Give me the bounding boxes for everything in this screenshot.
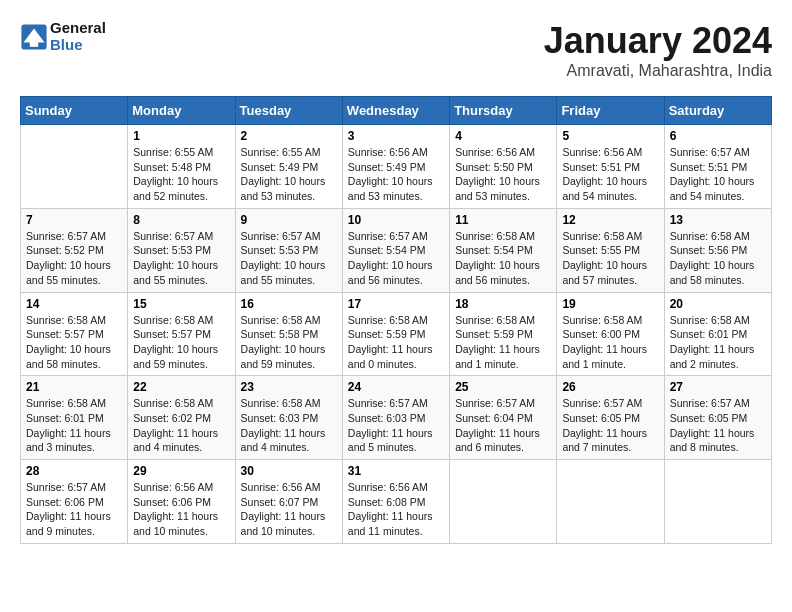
day-number: 1 <box>133 129 229 143</box>
day-info: Sunrise: 6:58 AM Sunset: 6:00 PM Dayligh… <box>562 313 658 372</box>
day-number: 19 <box>562 297 658 311</box>
day-number: 27 <box>670 380 766 394</box>
day-info: Sunrise: 6:57 AM Sunset: 6:03 PM Dayligh… <box>348 396 444 455</box>
calendar-cell: 24Sunrise: 6:57 AM Sunset: 6:03 PM Dayli… <box>342 376 449 460</box>
calendar-cell: 29Sunrise: 6:56 AM Sunset: 6:06 PM Dayli… <box>128 460 235 544</box>
calendar-cell: 22Sunrise: 6:58 AM Sunset: 6:02 PM Dayli… <box>128 376 235 460</box>
day-number: 4 <box>455 129 551 143</box>
day-info: Sunrise: 6:58 AM Sunset: 5:58 PM Dayligh… <box>241 313 337 372</box>
day-number: 29 <box>133 464 229 478</box>
day-number: 10 <box>348 213 444 227</box>
calendar-cell: 8Sunrise: 6:57 AM Sunset: 5:53 PM Daylig… <box>128 208 235 292</box>
week-row-4: 21Sunrise: 6:58 AM Sunset: 6:01 PM Dayli… <box>21 376 772 460</box>
day-info: Sunrise: 6:56 AM Sunset: 6:07 PM Dayligh… <box>241 480 337 539</box>
calendar-cell: 28Sunrise: 6:57 AM Sunset: 6:06 PM Dayli… <box>21 460 128 544</box>
day-number: 30 <box>241 464 337 478</box>
page-header: General Blue January 2024 Amravati, Maha… <box>20 20 772 80</box>
day-info: Sunrise: 6:57 AM Sunset: 5:54 PM Dayligh… <box>348 229 444 288</box>
calendar-cell: 27Sunrise: 6:57 AM Sunset: 6:05 PM Dayli… <box>664 376 771 460</box>
day-info: Sunrise: 6:57 AM Sunset: 5:53 PM Dayligh… <box>241 229 337 288</box>
day-info: Sunrise: 6:58 AM Sunset: 6:01 PM Dayligh… <box>670 313 766 372</box>
calendar-cell: 26Sunrise: 6:57 AM Sunset: 6:05 PM Dayli… <box>557 376 664 460</box>
header-saturday: Saturday <box>664 97 771 125</box>
logo: General Blue <box>20 20 106 53</box>
week-row-3: 14Sunrise: 6:58 AM Sunset: 5:57 PM Dayli… <box>21 292 772 376</box>
day-number: 12 <box>562 213 658 227</box>
calendar-cell: 3Sunrise: 6:56 AM Sunset: 5:49 PM Daylig… <box>342 125 449 209</box>
day-info: Sunrise: 6:58 AM Sunset: 6:02 PM Dayligh… <box>133 396 229 455</box>
day-info: Sunrise: 6:58 AM Sunset: 5:54 PM Dayligh… <box>455 229 551 288</box>
header-tuesday: Tuesday <box>235 97 342 125</box>
logo-text-blue: Blue <box>50 36 83 53</box>
day-info: Sunrise: 6:58 AM Sunset: 5:57 PM Dayligh… <box>26 313 122 372</box>
day-info: Sunrise: 6:58 AM Sunset: 5:57 PM Dayligh… <box>133 313 229 372</box>
day-info: Sunrise: 6:57 AM Sunset: 5:52 PM Dayligh… <box>26 229 122 288</box>
week-row-2: 7Sunrise: 6:57 AM Sunset: 5:52 PM Daylig… <box>21 208 772 292</box>
calendar-cell: 18Sunrise: 6:58 AM Sunset: 5:59 PM Dayli… <box>450 292 557 376</box>
day-info: Sunrise: 6:56 AM Sunset: 5:51 PM Dayligh… <box>562 145 658 204</box>
calendar-table: SundayMondayTuesdayWednesdayThursdayFrid… <box>20 96 772 544</box>
day-number: 17 <box>348 297 444 311</box>
day-number: 28 <box>26 464 122 478</box>
header-sunday: Sunday <box>21 97 128 125</box>
calendar-cell: 23Sunrise: 6:58 AM Sunset: 6:03 PM Dayli… <box>235 376 342 460</box>
calendar-cell: 31Sunrise: 6:56 AM Sunset: 6:08 PM Dayli… <box>342 460 449 544</box>
calendar-cell: 15Sunrise: 6:58 AM Sunset: 5:57 PM Dayli… <box>128 292 235 376</box>
day-number: 26 <box>562 380 658 394</box>
day-number: 9 <box>241 213 337 227</box>
day-number: 8 <box>133 213 229 227</box>
day-number: 13 <box>670 213 766 227</box>
header-monday: Monday <box>128 97 235 125</box>
calendar-title: January 2024 <box>544 20 772 62</box>
calendar-cell: 5Sunrise: 6:56 AM Sunset: 5:51 PM Daylig… <box>557 125 664 209</box>
day-info: Sunrise: 6:56 AM Sunset: 6:08 PM Dayligh… <box>348 480 444 539</box>
day-number: 31 <box>348 464 444 478</box>
day-info: Sunrise: 6:55 AM Sunset: 5:48 PM Dayligh… <box>133 145 229 204</box>
logo-text-general: General <box>50 19 106 36</box>
day-number: 14 <box>26 297 122 311</box>
calendar-cell: 9Sunrise: 6:57 AM Sunset: 5:53 PM Daylig… <box>235 208 342 292</box>
calendar-cell: 21Sunrise: 6:58 AM Sunset: 6:01 PM Dayli… <box>21 376 128 460</box>
calendar-header: SundayMondayTuesdayWednesdayThursdayFrid… <box>21 97 772 125</box>
day-number: 7 <box>26 213 122 227</box>
calendar-cell <box>21 125 128 209</box>
week-row-1: 1Sunrise: 6:55 AM Sunset: 5:48 PM Daylig… <box>21 125 772 209</box>
day-info: Sunrise: 6:58 AM Sunset: 6:03 PM Dayligh… <box>241 396 337 455</box>
calendar-cell: 10Sunrise: 6:57 AM Sunset: 5:54 PM Dayli… <box>342 208 449 292</box>
day-info: Sunrise: 6:58 AM Sunset: 5:56 PM Dayligh… <box>670 229 766 288</box>
calendar-cell: 25Sunrise: 6:57 AM Sunset: 6:04 PM Dayli… <box>450 376 557 460</box>
calendar-cell: 20Sunrise: 6:58 AM Sunset: 6:01 PM Dayli… <box>664 292 771 376</box>
calendar-cell: 14Sunrise: 6:58 AM Sunset: 5:57 PM Dayli… <box>21 292 128 376</box>
day-info: Sunrise: 6:57 AM Sunset: 5:53 PM Dayligh… <box>133 229 229 288</box>
calendar-cell: 12Sunrise: 6:58 AM Sunset: 5:55 PM Dayli… <box>557 208 664 292</box>
day-info: Sunrise: 6:56 AM Sunset: 5:50 PM Dayligh… <box>455 145 551 204</box>
day-number: 25 <box>455 380 551 394</box>
calendar-cell <box>664 460 771 544</box>
calendar-cell: 17Sunrise: 6:58 AM Sunset: 5:59 PM Dayli… <box>342 292 449 376</box>
header-row: SundayMondayTuesdayWednesdayThursdayFrid… <box>21 97 772 125</box>
day-info: Sunrise: 6:57 AM Sunset: 6:05 PM Dayligh… <box>670 396 766 455</box>
calendar-cell: 11Sunrise: 6:58 AM Sunset: 5:54 PM Dayli… <box>450 208 557 292</box>
calendar-body: 1Sunrise: 6:55 AM Sunset: 5:48 PM Daylig… <box>21 125 772 544</box>
calendar-cell <box>557 460 664 544</box>
day-number: 21 <box>26 380 122 394</box>
day-info: Sunrise: 6:57 AM Sunset: 6:04 PM Dayligh… <box>455 396 551 455</box>
day-info: Sunrise: 6:58 AM Sunset: 5:59 PM Dayligh… <box>455 313 551 372</box>
day-info: Sunrise: 6:57 AM Sunset: 6:06 PM Dayligh… <box>26 480 122 539</box>
calendar-cell: 13Sunrise: 6:58 AM Sunset: 5:56 PM Dayli… <box>664 208 771 292</box>
week-row-5: 28Sunrise: 6:57 AM Sunset: 6:06 PM Dayli… <box>21 460 772 544</box>
calendar-cell: 19Sunrise: 6:58 AM Sunset: 6:00 PM Dayli… <box>557 292 664 376</box>
day-number: 15 <box>133 297 229 311</box>
logo-icon <box>20 23 48 51</box>
calendar-cell: 16Sunrise: 6:58 AM Sunset: 5:58 PM Dayli… <box>235 292 342 376</box>
calendar-cell: 30Sunrise: 6:56 AM Sunset: 6:07 PM Dayli… <box>235 460 342 544</box>
day-info: Sunrise: 6:57 AM Sunset: 5:51 PM Dayligh… <box>670 145 766 204</box>
day-info: Sunrise: 6:55 AM Sunset: 5:49 PM Dayligh… <box>241 145 337 204</box>
header-wednesday: Wednesday <box>342 97 449 125</box>
day-info: Sunrise: 6:58 AM Sunset: 5:55 PM Dayligh… <box>562 229 658 288</box>
day-number: 20 <box>670 297 766 311</box>
day-number: 16 <box>241 297 337 311</box>
header-thursday: Thursday <box>450 97 557 125</box>
day-info: Sunrise: 6:56 AM Sunset: 5:49 PM Dayligh… <box>348 145 444 204</box>
calendar-subtitle: Amravati, Maharashtra, India <box>544 62 772 80</box>
